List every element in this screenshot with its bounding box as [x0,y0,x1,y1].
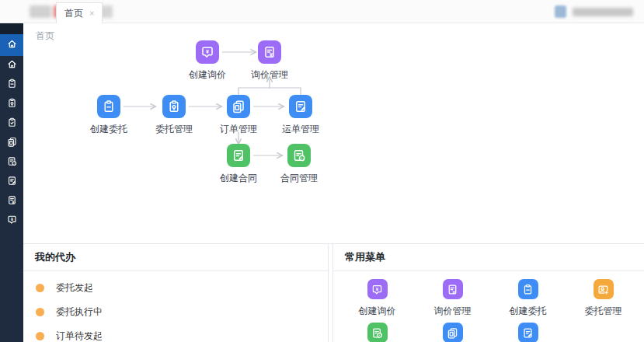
menu-item-订单管理[interactable]: 订单管理 [415,323,490,342]
clipboard-bulb-icon [6,97,18,112]
menu-item-创建询价[interactable]: ¥创建询价 [339,279,415,318]
todo-item-1[interactable]: 委托执行中 [23,300,328,324]
todo-dot-icon [36,308,44,316]
flow-node-label: 合同管理 [266,172,332,185]
menu-item-询价管理[interactable]: ¥询价管理 [415,279,490,318]
flow-node-label: 询价管理 [237,68,302,82]
todo-dot-icon [36,332,44,340]
svg-text:¥: ¥ [206,49,209,54]
main-content: 首页 ¥创建询价¥询价管理创建委托委托管理订单管理运单管理创建合同合同管理 [23,23,644,342]
home-icon [6,38,18,53]
sidebar-item-doc-edit-7[interactable] [0,173,23,192]
flow-node-create-contract[interactable]: 创建合同 [206,144,271,185]
clipboard-icon [518,279,538,299]
doc-circle-icon [287,144,311,167]
todo-item-label: 委托执行中 [56,305,103,319]
home-icon [6,58,18,73]
flow-node-create-inquiry[interactable]: ¥创建询价 [175,40,240,82]
sidebar-item-clipboard-bulb-3[interactable] [0,95,23,114]
flow-node-label: 运单管理 [268,123,333,136]
sidebar-item-clipboard-2[interactable] [0,75,23,95]
svg-text:¥: ¥ [11,217,13,222]
todo-dot-icon [36,284,44,292]
flow-node-label: 创建询价 [175,68,240,82]
menu-item-合同管理[interactable]: 合同管理 [339,323,415,342]
workflow-diagram: ¥创建询价¥询价管理创建委托委托管理订单管理运单管理创建合同合同管理 [23,40,644,220]
chat-yen-icon: ¥ [196,40,219,64]
flow-node-label: 订单管理 [206,123,271,136]
menu-item-label: 创建询价 [339,305,415,318]
sidebar-item-doc-yen-8[interactable]: ¥ [0,192,23,211]
doc-yen-icon: ¥ [258,40,281,64]
tab-close-icon[interactable]: × [89,9,94,18]
doc-edit-icon [518,323,538,342]
breadcrumb: 首页 [23,23,644,40]
doc-circle-icon [6,155,18,170]
chat-yen-icon: ¥ [367,279,388,299]
flow-node-inquiry-mgmt[interactable]: ¥询价管理 [237,40,302,82]
copy-icon [6,136,18,151]
sidebar-item-home-1[interactable] [0,56,23,75]
flow-node-label: 委托管理 [141,123,207,136]
sidebar-item-home-0[interactable] [0,34,23,56]
flow-node-consign-mgmt[interactable]: 委托管理 [141,95,207,136]
menu-item-创建委托[interactable]: 创建委托 [490,279,566,318]
sidebar-item-chat-yen-9[interactable]: ¥ [0,211,23,231]
flow-node-order-mgmt[interactable]: 订单管理 [206,95,271,136]
todo-panel-title: 我的代办 [23,244,328,271]
doc-edit-icon [289,95,312,118]
menu-item-运单管理[interactable]: 运单管理 [490,323,566,342]
flow-node-waybill-mgmt[interactable]: 运单管理 [268,95,333,136]
sidebar-top-cap [0,23,23,34]
common-menu-title: 常用菜单 [333,244,644,271]
copy-icon [227,95,250,118]
sidebar-item-clipboard-check-4[interactable] [0,114,23,134]
flow-node-label: 创建合同 [206,172,271,185]
todo-panel: 我的代办 委托发起委托执行中订单待发起订单执行中订单审批中 [23,244,329,342]
chat-yen-icon: ¥ [6,214,18,229]
flow-node-contract-mgmt[interactable]: 合同管理 [266,144,332,185]
card-person-icon [594,279,614,299]
bottom-panels: 我的代办 委托发起委托执行中订单待发起订单执行中订单审批中 常用菜单 ¥创建询价… [23,243,644,342]
logo-block [30,5,51,18]
svg-text:¥: ¥ [376,286,379,291]
tab-home[interactable]: 首页 × [56,2,103,23]
sidebar-nav: ¥¥ [0,23,23,342]
user-area[interactable] [555,5,633,18]
username-redacted [573,8,633,16]
flow-node-label: 创建委托 [76,123,141,136]
todo-item-label: 委托发起 [56,281,93,295]
avatar [555,5,566,18]
clipboard-icon [97,95,120,118]
tab-label: 首页 [64,7,83,20]
doc-yen-icon: ¥ [443,279,463,299]
clipboard-check-icon [6,117,18,131]
copy-icon [443,323,463,342]
sidebar-item-doc-circle-6[interactable] [0,153,23,173]
menu-item-label: 创建委托 [490,305,566,318]
doc-edit-icon [227,144,250,167]
sidebar-item-copy-5[interactable] [0,134,23,153]
menu-item-委托管理[interactable]: 委托管理 [566,279,641,318]
doc-yen-icon: ¥ [6,194,18,209]
svg-text:¥: ¥ [270,52,273,58]
todo-item-label: 订单待发起 [56,330,103,342]
todo-item-2[interactable]: 订单待发起 [23,324,328,342]
flow-node-create-consign[interactable]: 创建委托 [76,95,141,136]
menu-item-label: 询价管理 [415,305,490,318]
svg-text:¥: ¥ [12,200,14,204]
common-menu-panel: 常用菜单 ¥创建询价¥询价管理创建委托委托管理合同管理订单管理运单管理 [332,244,644,342]
clipboard-icon [6,78,18,92]
todo-item-0[interactable]: 委托发起 [23,276,328,300]
clipboard-bulb-icon [162,95,186,118]
menu-item-label: 委托管理 [566,305,641,318]
doc-circle-icon [367,323,388,342]
doc-edit-icon [6,175,18,190]
top-header: 首页 × [0,0,644,23]
